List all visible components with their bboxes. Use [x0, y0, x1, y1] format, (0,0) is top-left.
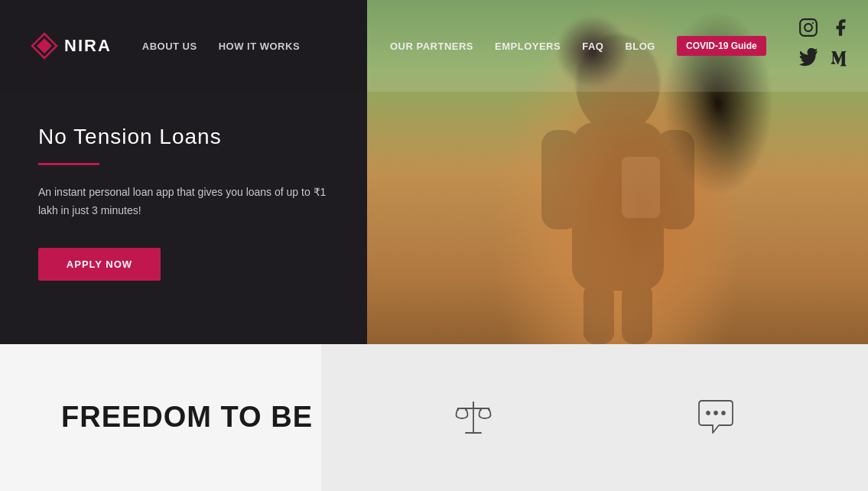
- freedom-text: FREEDOM TO BE: [0, 402, 321, 434]
- hero-description: An instant personal loan app that gives …: [38, 184, 329, 220]
- svg-rect-2: [541, 130, 580, 229]
- svg-marker-8: [37, 38, 52, 54]
- nav-link-faq[interactable]: FAQ: [582, 41, 603, 52]
- bottom-section: FREEDOM TO BE: [0, 344, 868, 491]
- chat-bubble-item: [693, 395, 739, 441]
- nira-logo-icon: [31, 32, 58, 60]
- svg-rect-6: [622, 157, 660, 218]
- svg-point-11: [812, 22, 814, 24]
- icons-section: [321, 344, 868, 491]
- svg-rect-3: [656, 130, 694, 229]
- nav-link-blog[interactable]: BLOG: [625, 41, 655, 52]
- freedom-title: FREEDOM TO BE: [61, 402, 321, 434]
- logo[interactable]: NIRA: [31, 32, 112, 60]
- facebook-icon[interactable]: [828, 15, 853, 40]
- social-row-bottom: [796, 46, 853, 70]
- svg-point-22: [722, 411, 725, 415]
- nav-link-partners[interactable]: OUR PARTNERS: [390, 41, 473, 52]
- svg-point-20: [707, 411, 710, 415]
- hero-title: No Tension Loans: [38, 125, 329, 149]
- nav-left: NIRA ABOUT US HOW IT WORKS: [0, 0, 367, 92]
- nav-link-how-it-works[interactable]: HOW IT WORKS: [219, 41, 300, 52]
- logo-text: NIRA: [64, 36, 112, 56]
- hero-divider: [38, 163, 99, 165]
- svg-point-21: [714, 411, 717, 415]
- medium-icon[interactable]: [828, 46, 853, 70]
- balance-scale-icon: [450, 395, 496, 441]
- nav-link-about-us[interactable]: ABOUT US: [142, 41, 197, 52]
- twitter-icon[interactable]: [796, 46, 821, 70]
- nav-right-bar: OUR PARTNERS EMPLOYERS FAQ BLOG COVID-19…: [367, 0, 868, 92]
- svg-rect-4: [584, 283, 614, 344]
- nav-links-left: ABOUT US HOW IT WORKS: [142, 41, 300, 52]
- svg-point-10: [805, 24, 812, 31]
- apply-now-button[interactable]: APPLY NOW: [38, 248, 161, 281]
- svg-rect-9: [800, 19, 817, 36]
- nav-link-employers[interactable]: EMPLOYERS: [495, 41, 561, 52]
- chat-bubble-icon: [693, 395, 739, 441]
- social-row-top: [796, 15, 853, 40]
- social-icons: [796, 15, 853, 76]
- svg-rect-5: [622, 283, 652, 344]
- navbar: NIRA ABOUT US HOW IT WORKS OUR PARTNERS …: [0, 0, 868, 92]
- covid-guide-badge[interactable]: COVID-19 Guide: [677, 36, 766, 56]
- instagram-icon[interactable]: [796, 15, 821, 40]
- balance-scale-item: [450, 395, 496, 441]
